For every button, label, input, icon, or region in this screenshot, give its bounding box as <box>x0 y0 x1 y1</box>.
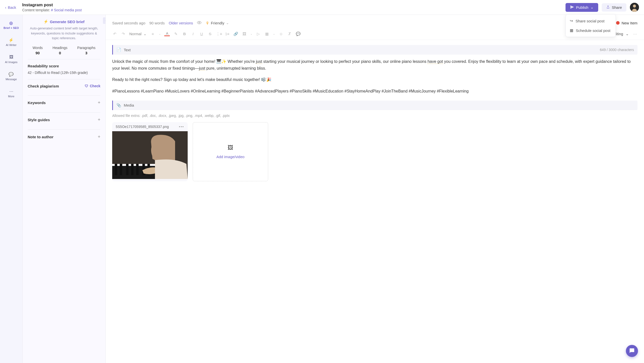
seo-brief-desc: Auto-generated content brief with target… <box>28 26 100 41</box>
align-button[interactable]: ≡ <box>150 32 155 36</box>
strikethrough-button[interactable]: S <box>208 32 213 36</box>
rail-ai-writer[interactable]: ⚡ AI Writer <box>4 36 18 48</box>
document-icon: 📄 <box>116 48 121 52</box>
message-icon: 💬 <box>9 72 14 77</box>
older-versions-link[interactable]: Older versions <box>169 21 193 25</box>
editor-area: Saved seconds ago 90 words Older version… <box>106 15 644 363</box>
image-button[interactable]: 🖼 <box>242 32 247 36</box>
keywords-section: Keywords + <box>28 95 100 112</box>
chat-widget-button[interactable] <box>626 345 638 357</box>
publish-button[interactable]: Publish ⌄ <box>566 3 598 12</box>
shield-icon: 🛡 <box>85 84 88 88</box>
media-filename-row: 5S5Oe1717059585_8505337.png ••• <box>112 122 188 131</box>
italic-button[interactable]: I <box>190 32 195 36</box>
share-button[interactable]: Share <box>602 3 626 12</box>
style-guides-section: Style guides + <box>28 112 100 129</box>
char-count: 649 / 3000 characters <box>600 48 634 52</box>
media-thumbnail[interactable] <box>112 131 188 179</box>
stat-paragraphs: Paragraphs 3 <box>77 46 95 55</box>
topbar: ‹ Back Instagram post Content template: … <box>0 0 644 15</box>
rail-message[interactable]: 💬 Message <box>4 70 18 82</box>
hash-icon: # <box>51 8 53 12</box>
media-label: Media <box>124 103 134 107</box>
add-media-button[interactable]: 🖼 Add image/video <box>193 122 268 181</box>
bold-button[interactable]: B <box>182 32 187 36</box>
readability-section: Readability score 42 - Difficult to Read… <box>28 59 100 79</box>
readability-value: 42 - Difficult to Read (12th-15th grade) <box>28 71 100 75</box>
page-title: Instagram post <box>22 3 565 8</box>
link-button[interactable]: 🔗 <box>233 32 238 36</box>
note-author-label: Note to author <box>28 135 54 139</box>
topbar-actions: Publish ⌄ ↪ Share social post ▦ Schedule… <box>566 3 639 12</box>
calendar-icon: ▦ <box>570 28 573 33</box>
comment-button[interactable]: 💬 <box>296 32 301 36</box>
new-item-indicator[interactable]: New Item <box>616 21 637 25</box>
upload-icon <box>606 5 610 10</box>
paragraph-2: Ready to hit the right notes? Sign up to… <box>112 76 637 83</box>
more-toolbar-button[interactable]: ⋯ <box>632 32 637 36</box>
svg-rect-7 <box>120 164 122 175</box>
underline-button[interactable]: U <box>199 32 204 36</box>
media-filename: 5S5Oe1717059585_8505337.png <box>116 125 169 129</box>
mic-icon: 🎙 <box>206 21 209 25</box>
bullet-list-button[interactable]: ⋮≡ <box>216 32 221 36</box>
add-style-guide-button[interactable]: + <box>98 117 100 122</box>
chevron-down-icon: ⌄ <box>590 5 594 10</box>
clear-format-button[interactable]: T̸ <box>287 32 292 36</box>
font-color-button[interactable]: A <box>164 31 170 36</box>
tone-select[interactable]: 🎙 Friendly ⌄ <box>206 21 229 25</box>
chevron-down-icon: ⌄ <box>273 32 275 35</box>
chevron-down-icon: ⌄ <box>159 32 161 35</box>
chat-icon <box>629 348 635 354</box>
keywords-label: Keywords <box>28 101 46 105</box>
template-link[interactable]: # Social media post <box>51 8 82 12</box>
check-plagiarism-button[interactable]: 🛡 Check <box>85 84 100 88</box>
allowed-extensions: Allowed file extns: .pdf, .doc, .docx, .… <box>112 114 637 118</box>
rail-ai-images[interactable]: 🖼 AI Images <box>4 53 19 65</box>
chevron-down-icon: ⌄ <box>250 32 252 35</box>
seo-brief: ⚡ Generate SEO brief Auto-generated cont… <box>28 19 100 41</box>
image-icon: 🖼 <box>228 145 233 151</box>
add-keyword-button[interactable]: + <box>98 100 100 105</box>
chevron-left-icon: ‹ <box>105 19 106 22</box>
media-options-button[interactable]: ••• <box>179 125 184 129</box>
table-button[interactable]: ▦ <box>264 32 269 36</box>
publish-dropdown: ↪ Share social post ▦ Schedule social po… <box>566 14 616 37</box>
bolt-icon: ⚡ <box>9 37 14 42</box>
format-select[interactable]: Normal ⌄ <box>129 32 147 36</box>
svg-rect-8 <box>126 164 129 175</box>
rail-more[interactable]: ⋯ More <box>7 87 16 99</box>
content: 📄 Text 649 / 3000 characters Unlock the … <box>106 40 644 186</box>
plagiarism-label: Check plagiarism <box>28 84 59 88</box>
toolbar: ↶ ↷ Normal ⌄ ≡ ⌄ A ✎ B I U S ⋮≡ 1≡ <box>106 29 644 40</box>
text-body[interactable]: Unlock the magic of music from the comfo… <box>112 58 637 95</box>
image-icon: 🖼 <box>9 55 14 60</box>
back-label: Back <box>8 5 16 10</box>
collapse-sidebar-button[interactable]: ‹ <box>103 17 106 24</box>
stat-words: Words 90 <box>33 46 43 55</box>
redo-button[interactable]: ↷ <box>121 32 126 36</box>
svg-rect-9 <box>131 164 134 175</box>
undo-button[interactable]: ↶ <box>112 32 117 36</box>
bolt-icon: ⚡ <box>44 19 48 24</box>
video-button[interactable]: ▷ <box>256 32 261 36</box>
rail-brief-seo[interactable]: ◎ Brief + SEO <box>2 19 20 31</box>
numbered-list-button[interactable]: 1≡ <box>225 32 230 36</box>
share-social-post-item[interactable]: ↪ Share social post <box>566 16 616 26</box>
svg-point-1 <box>633 5 636 8</box>
stats-row: Words 90 Headings 0 Paragraphs 3 <box>28 46 100 55</box>
highlight-button[interactable]: ✎ <box>173 32 178 36</box>
status-dot-icon <box>616 21 620 25</box>
text-label: Text <box>124 48 131 52</box>
publish-label: Publish <box>576 5 588 10</box>
emoji-button[interactable]: ☺ <box>278 32 284 36</box>
schedule-social-post-item[interactable]: ▦ Schedule social post <box>566 26 616 35</box>
plagiarism-section: Check plagiarism 🛡 Check <box>28 79 100 95</box>
seo-brief-title[interactable]: ⚡ Generate SEO brief <box>28 19 100 24</box>
avatar[interactable] <box>630 3 639 12</box>
back-button[interactable]: ‹ Back <box>5 5 16 10</box>
add-note-button[interactable]: + <box>98 134 100 140</box>
chevron-left-icon: ‹ <box>5 5 6 10</box>
preview-button[interactable] <box>197 20 202 26</box>
media-card: 5S5Oe1717059585_8505337.png ••• <box>112 122 188 181</box>
